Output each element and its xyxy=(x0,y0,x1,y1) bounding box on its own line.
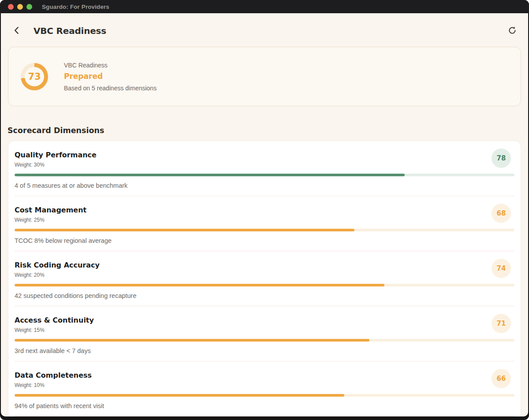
dimension-titles: Quality Performance Weight: 30% xyxy=(15,151,97,168)
dimension-titles: Access & Continuity Weight: 15% xyxy=(15,316,94,333)
dimension-titles: Data Completeness Weight: 10% xyxy=(15,371,92,388)
dimension-note: 3rd next available < 7 days xyxy=(15,347,514,354)
dimension-weight: Weight: 20% xyxy=(15,272,100,278)
dimension-weight: Weight: 10% xyxy=(15,382,92,388)
dimension-note: 94% of patients with recent visit xyxy=(15,402,514,409)
dimension-name: Data Completeness xyxy=(15,371,92,379)
progress-bar-fill xyxy=(15,229,354,231)
app-window: Sguardo: For Providers VBC Readiness xyxy=(0,0,529,420)
dimension-weight: Weight: 30% xyxy=(15,162,97,168)
dimension-row: Quality Performance Weight: 30% 78 4 of … xyxy=(15,141,514,196)
app-header: VBC Readiness xyxy=(1,13,528,44)
summary-text-block: VBC Readiness Prepared Based on 5 readin… xyxy=(64,62,156,92)
progress-bar-track xyxy=(15,229,514,231)
dimension-row: Access & Continuity Weight: 15% 71 3rd n… xyxy=(15,306,514,361)
score-badge: 66 xyxy=(492,369,511,388)
readiness-gauge: 73 xyxy=(21,63,48,90)
dimension-name: Cost Management xyxy=(15,206,86,214)
summary-caption: Based on 5 readiness dimensions xyxy=(64,85,156,92)
page-content: VBC Readiness 73 VBC Readiness Prepared xyxy=(1,13,528,416)
gauge-hole: 73 xyxy=(25,67,44,86)
score-badge: 78 xyxy=(492,149,511,168)
minimize-window-icon[interactable] xyxy=(17,4,23,10)
summary-status: Prepared xyxy=(64,72,156,81)
dimension-row: Cost Management Weight: 25% 68 TCOC 8% b… xyxy=(15,196,514,251)
refresh-button[interactable] xyxy=(506,25,518,37)
progress-bar-track xyxy=(15,284,514,286)
progress-bar-track xyxy=(15,339,514,342)
dimension-titles: Cost Management Weight: 25% xyxy=(15,206,86,223)
dimension-weight: Weight: 25% xyxy=(15,217,86,223)
window-title: Sguardo: For Providers xyxy=(42,4,109,10)
section-title: Scorecard Dimensions xyxy=(7,126,521,135)
progress-bar-fill xyxy=(15,284,384,286)
progress-bar-track xyxy=(15,174,514,176)
dimension-weight: Weight: 15% xyxy=(15,327,94,333)
summary-label: VBC Readiness xyxy=(64,62,156,69)
dimension-header: Quality Performance Weight: 30% 78 xyxy=(15,151,514,168)
refresh-icon xyxy=(507,26,517,37)
back-button[interactable] xyxy=(11,25,23,37)
dimension-titles: Risk Coding Accuracy Weight: 20% xyxy=(15,261,100,278)
score-badge: 68 xyxy=(492,204,511,223)
dimension-header: Access & Continuity Weight: 15% 71 xyxy=(15,316,514,333)
dimensions-card: Quality Performance Weight: 30% 78 4 of … xyxy=(8,141,521,416)
progress-bar-track xyxy=(15,394,514,397)
zoom-window-icon[interactable] xyxy=(26,4,32,10)
titlebar: Sguardo: For Providers xyxy=(0,0,529,13)
dimension-header: Cost Management Weight: 25% 68 xyxy=(15,206,514,223)
dimension-header: Data Completeness Weight: 10% 66 xyxy=(15,371,514,388)
dimension-row: Data Completeness Weight: 10% 66 94% of … xyxy=(15,361,514,416)
dimension-header: Risk Coding Accuracy Weight: 20% 74 xyxy=(15,261,514,278)
dimension-name: Risk Coding Accuracy xyxy=(15,261,100,269)
dimensions-list: Quality Performance Weight: 30% 78 4 of … xyxy=(15,141,514,416)
close-window-icon[interactable] xyxy=(8,4,14,10)
dimension-note: TCOC 8% below regional average xyxy=(15,237,514,244)
dimension-note: 4 of 5 measures at or above benchmark xyxy=(15,182,514,189)
chevron-left-icon xyxy=(12,26,22,37)
dimension-note: 42 suspected conditions pending recaptur… xyxy=(15,292,514,299)
score-badge: 71 xyxy=(492,314,511,333)
progress-bar-fill xyxy=(15,174,405,176)
score-badge: 74 xyxy=(492,259,511,278)
traffic-lights xyxy=(8,4,32,10)
dimension-row: Risk Coding Accuracy Weight: 20% 74 42 s… xyxy=(15,251,514,306)
progress-bar-fill xyxy=(15,394,344,397)
readiness-summary-card: 73 VBC Readiness Prepared Based on 5 rea… xyxy=(8,47,521,106)
gauge-score: 73 xyxy=(28,71,41,82)
dimension-name: Access & Continuity xyxy=(15,316,94,324)
page-title: VBC Readiness xyxy=(34,26,506,36)
dimension-name: Quality Performance xyxy=(15,151,97,159)
progress-bar-fill xyxy=(15,339,369,342)
